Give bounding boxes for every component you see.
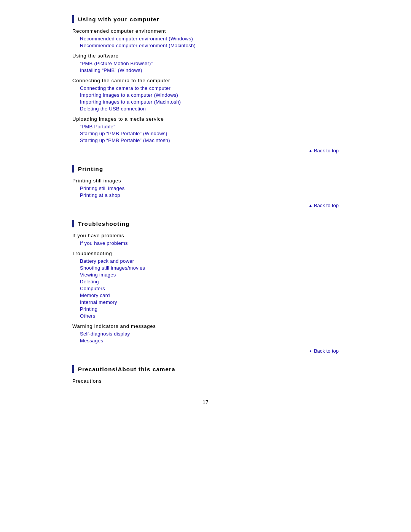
subsection-title-warning: Warning indicators and messages: [72, 323, 339, 329]
link-list-troubleshooting: Battery pack and power Shooting still im…: [72, 258, 339, 319]
link-if-problems[interactable]: If you have problems: [80, 240, 128, 246]
list-item: Recommended computer environment (Window…: [80, 35, 339, 42]
link-printing-still[interactable]: Printing still images: [80, 185, 124, 191]
list-item: Importing images to a computer (Macintos…: [80, 99, 339, 105]
list-item: Messages: [80, 337, 339, 343]
subsection-if-problems: If you have problems If you have problem…: [72, 233, 339, 246]
link-connect-camera[interactable]: Connecting the camera to the computer: [80, 85, 170, 91]
section-title-printing: Printing: [78, 166, 103, 172]
list-item: Battery pack and power: [80, 258, 339, 264]
section-heading-printing: Printing: [72, 165, 339, 173]
link-pmb[interactable]: “PMB (Picture Motion Browser)”: [80, 61, 153, 66]
link-battery[interactable]: Battery pack and power: [80, 258, 134, 264]
link-pmb-portable-mac[interactable]: Starting up “PMB Portable” (Macintosh): [80, 137, 170, 143]
list-item: “PMB (Picture Motion Browser)”: [80, 60, 339, 66]
back-to-top-row-troubleshooting: Back to top: [72, 348, 339, 354]
subsection-warning-indicators: Warning indicators and messages Self-dia…: [72, 323, 339, 343]
list-item: Starting up “PMB Portable” (Macintosh): [80, 137, 339, 143]
link-shooting[interactable]: Shooting still images/movies: [80, 265, 145, 271]
back-to-top-row-computer: Back to top: [72, 148, 339, 153]
subsection-printing-still: Printing still images Printing still ima…: [72, 178, 339, 198]
subsection-title-recommended-env: Recommended computer environment: [72, 28, 339, 34]
list-item: Computers: [80, 285, 339, 291]
subsection-title-connecting: Connecting the camera to the computer: [72, 78, 339, 83]
link-rec-env-mac[interactable]: Recommended computer environment (Macint…: [80, 43, 196, 48]
subsection-recommended-env: Recommended computer environment Recomme…: [72, 28, 339, 48]
list-item: Deleting the USB connection: [80, 105, 339, 112]
subsection-precautions: Precautions: [72, 378, 339, 384]
link-install-pmb[interactable]: Installing “PMB” (Windows): [80, 67, 142, 73]
link-list-printing-still: Printing still images Printing at a shop: [72, 185, 339, 198]
page-number: 17: [72, 399, 339, 405]
list-item: If you have problems: [80, 240, 339, 246]
link-printing-shop[interactable]: Printing at a shop: [80, 192, 120, 198]
subsection-connecting-camera: Connecting the camera to the computer Co…: [72, 78, 339, 112]
subsection-title-troubleshooting-list: Troubleshooting: [72, 251, 339, 256]
list-item: Installing “PMB” (Windows): [80, 67, 339, 73]
link-list-recommended-env: Recommended computer environment (Window…: [72, 35, 339, 48]
link-pmb-portable[interactable]: “PMB Portable”: [80, 124, 115, 129]
list-item: Printing at a shop: [80, 192, 339, 198]
section-heading-computer: Using with your computer: [72, 15, 339, 23]
link-rec-env-windows[interactable]: Recommended computer environment (Window…: [80, 36, 193, 42]
link-printing-ts[interactable]: Printing: [80, 306, 97, 312]
list-item: Viewing images: [80, 272, 339, 278]
section-printing: Printing Printing still images Printing …: [72, 165, 339, 208]
subsection-title-uploading: Uploading images to a media service: [72, 116, 339, 122]
list-item: Shooting still images/movies: [80, 265, 339, 271]
subsection-software: Using the software “PMB (Picture Motion …: [72, 53, 339, 73]
list-item: Printing: [80, 306, 339, 312]
section-precautions: Precautions/About this camera Precaution…: [72, 365, 339, 384]
back-to-top-computer[interactable]: Back to top: [309, 148, 339, 153]
section-title-computer: Using with your computer: [78, 16, 159, 22]
subsection-title-printing-still: Printing still images: [72, 178, 339, 184]
link-messages[interactable]: Messages: [80, 338, 103, 343]
link-computers[interactable]: Computers: [80, 286, 105, 291]
back-to-top-printing[interactable]: Back to top: [309, 203, 339, 208]
list-item: Recommended computer environment (Macint…: [80, 42, 339, 48]
link-viewing[interactable]: Viewing images: [80, 272, 116, 278]
link-others[interactable]: Others: [80, 313, 96, 319]
link-import-windows[interactable]: Importing images to a computer (Windows): [80, 92, 178, 98]
section-title-precautions: Precautions/About this camera: [78, 366, 175, 372]
subsection-uploading: Uploading images to a media service “PMB…: [72, 116, 339, 143]
link-import-mac[interactable]: Importing images to a computer (Macintos…: [80, 99, 181, 105]
subsection-title-software: Using the software: [72, 53, 339, 59]
link-list-warning: Self-diagnosis display Messages: [72, 331, 339, 343]
list-item: Printing still images: [80, 185, 339, 191]
link-list-software: “PMB (Picture Motion Browser)” Installin…: [72, 60, 339, 73]
link-internal-memory[interactable]: Internal memory: [80, 299, 117, 305]
page-container: Using with your computer Recommended com…: [72, 0, 339, 420]
link-list-uploading: “PMB Portable” Starting up “PMB Portable…: [72, 123, 339, 143]
link-delete-usb[interactable]: Deleting the USB connection: [80, 106, 146, 112]
section-heading-precautions: Precautions/About this camera: [72, 365, 339, 373]
list-item: Importing images to a computer (Windows): [80, 92, 339, 98]
list-item: Memory card: [80, 292, 339, 298]
subsection-troubleshooting-list: Troubleshooting Battery pack and power S…: [72, 251, 339, 319]
subsection-title-precautions: Precautions: [72, 378, 339, 384]
link-self-diagnosis[interactable]: Self-diagnosis display: [80, 331, 130, 337]
link-deleting[interactable]: Deleting: [80, 279, 99, 284]
list-item: Others: [80, 313, 339, 319]
back-to-top-troubleshooting[interactable]: Back to top: [309, 348, 339, 354]
section-using-with-computer: Using with your computer Recommended com…: [72, 15, 339, 153]
list-item: Connecting the camera to the computer: [80, 85, 339, 91]
list-item: Deleting: [80, 278, 339, 284]
link-list-connecting: Connecting the camera to the computer Im…: [72, 85, 339, 112]
link-pmb-portable-windows[interactable]: Starting up “PMB Portable” (Windows): [80, 131, 167, 136]
list-item: Internal memory: [80, 299, 339, 305]
section-heading-troubleshooting: Troubleshooting: [72, 220, 339, 227]
list-item: Starting up “PMB Portable” (Windows): [80, 130, 339, 136]
section-troubleshooting: Troubleshooting If you have problems If …: [72, 220, 339, 354]
list-item: Self-diagnosis display: [80, 331, 339, 337]
subsection-title-if-problems: If you have problems: [72, 233, 339, 238]
link-list-if-problems: If you have problems: [72, 240, 339, 246]
link-memory-card[interactable]: Memory card: [80, 292, 110, 298]
list-item: “PMB Portable”: [80, 123, 339, 129]
back-to-top-row-printing: Back to top: [72, 203, 339, 208]
section-title-troubleshooting: Troubleshooting: [78, 220, 130, 227]
